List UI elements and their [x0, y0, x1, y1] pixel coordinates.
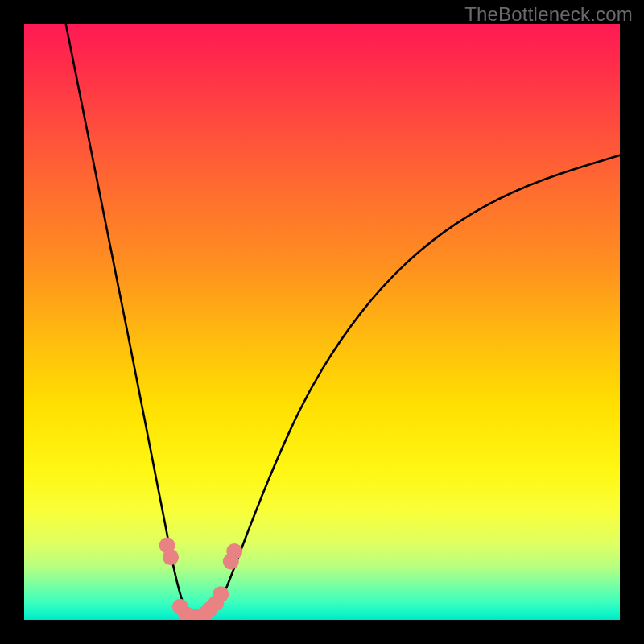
- highlight-point: [213, 586, 229, 602]
- chart-frame: TheBottleneck.com: [0, 0, 644, 644]
- attribution-label: TheBottleneck.com: [464, 3, 633, 26]
- highlight-point: [226, 543, 242, 559]
- curve-layer: [24, 24, 620, 620]
- plot-area: [24, 24, 620, 620]
- bottleneck-curve: [66, 24, 620, 620]
- highlight-point: [163, 549, 179, 565]
